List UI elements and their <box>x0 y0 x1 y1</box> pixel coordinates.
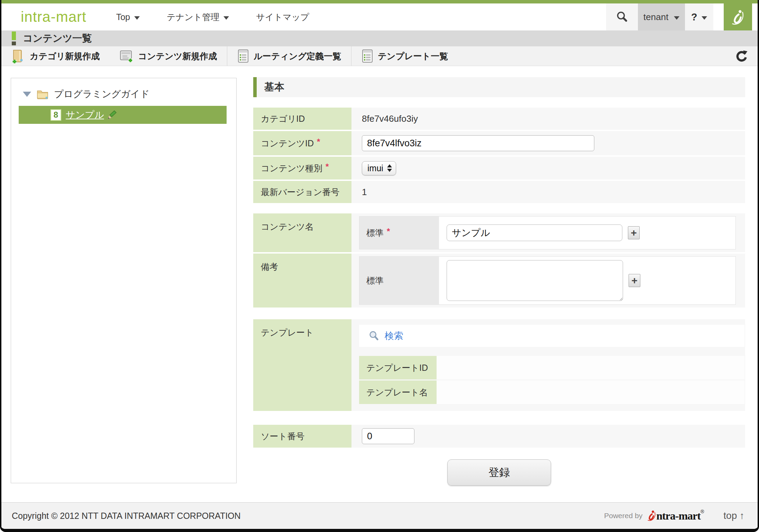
folder-add-icon <box>11 49 25 63</box>
form-row-category-id: カテゴリID 8fe7v46ufo3iy <box>253 108 745 130</box>
sort-number-input[interactable] <box>362 428 414 444</box>
required-asterisk: * <box>387 227 390 236</box>
back-to-top-link[interactable]: top ↑ <box>723 510 744 521</box>
form-row-remarks: 備考 標準 + <box>253 254 745 308</box>
remarks-textarea[interactable] <box>447 260 623 301</box>
form-row-content-name: コンテンツ名 標準 * + <box>253 213 745 252</box>
locale-sub-label: 標準 <box>359 257 439 304</box>
register-button[interactable]: 登録 <box>447 459 551 486</box>
form-row-content-type: コンテンツ種別 * imui <box>253 157 745 180</box>
add-locale-button[interactable]: + <box>628 226 640 239</box>
template-id-value <box>437 356 744 379</box>
submit-row: 登録 <box>253 459 745 486</box>
toolbar-new-content-button[interactable]: コンテンツ新規作成 <box>110 46 227 66</box>
edit-pencil-icon[interactable] <box>107 110 117 120</box>
help-menu-button[interactable]: ? <box>685 3 713 30</box>
menu-item-tenant-admin[interactable]: テナント管理 <box>167 11 229 23</box>
template-value-area: 検索 テンプレートID テンプレート名 <box>351 319 745 411</box>
field-label: ソート番号 <box>253 425 351 448</box>
header-controls: tenant ? <box>606 3 752 30</box>
toolbar-new-category-button[interactable]: カテゴリ新規作成 <box>1 46 110 66</box>
content-form: 基本 カテゴリID 8fe7v46ufo3iy コンテンツID * <box>253 77 745 486</box>
field-value: imui <box>351 157 745 180</box>
chevron-down-icon <box>223 16 229 20</box>
tree-root-node[interactable]: プログラミングガイド <box>23 88 236 100</box>
search-icon <box>616 11 628 23</box>
select-arrows-icon <box>387 164 392 172</box>
locale-sub-label: 標準 * <box>359 217 439 249</box>
menu-item-label: テナント管理 <box>167 11 219 23</box>
brand-registered-mark: ® <box>701 509 704 514</box>
required-asterisk: * <box>326 162 329 172</box>
toolbar-template-list-button[interactable]: テンプレート一覧 <box>351 46 458 66</box>
form-row-content-id: コンテンツID * <box>253 131 745 155</box>
category-id-value: 8fe7v46ufo3iy <box>362 113 418 124</box>
menu-item-top[interactable]: Top <box>116 12 140 22</box>
powered-by-block: Powered by ntra-mart ® <box>604 509 704 522</box>
tenant-label: tenant <box>643 12 668 22</box>
intra-mart-i-icon <box>729 8 747 26</box>
field-value: 8fe7v46ufo3iy <box>351 108 745 130</box>
field-label: コンテンツ名 <box>253 213 351 252</box>
list-icon <box>237 49 249 63</box>
tenant-menu-button[interactable]: tenant <box>638 3 685 30</box>
tree-item-link[interactable]: サンプル <box>66 109 104 121</box>
template-search-link[interactable]: 検索 <box>385 330 403 342</box>
content-type-select[interactable]: imui <box>362 161 396 175</box>
localized-remarks-box: 標準 + <box>359 256 736 305</box>
menu-item-sitemap[interactable]: サイトマップ <box>256 11 309 23</box>
powered-by-text: Powered by <box>604 512 642 520</box>
footer-right: Powered by ntra-mart ® top ↑ <box>604 509 744 522</box>
template-id-label: テンプレートID <box>359 356 437 379</box>
refresh-icon <box>735 49 748 63</box>
brand-top-strip <box>1 0 758 3</box>
template-name-label: テンプレート名 <box>359 380 437 404</box>
global-header: intra-mart Top テナント管理 サイトマップ ten <box>1 3 758 30</box>
template-name-row: テンプレート名 <box>359 380 744 404</box>
intra-mart-i-logo-button[interactable] <box>724 3 752 30</box>
title-marker-icon <box>12 31 16 45</box>
localized-name-box: 標準 * + <box>359 216 736 249</box>
template-search-band: 検索 <box>359 325 744 347</box>
form-row-template: テンプレート 検索 テンプレートID <box>253 319 745 411</box>
field-label: コンテンツID * <box>253 131 351 155</box>
list-icon <box>362 49 373 63</box>
tree-selected-item[interactable]: 8 サンプル <box>19 106 227 124</box>
content-id-input[interactable] <box>362 135 594 151</box>
app-window: intra-mart Top テナント管理 サイトマップ ten <box>0 0 759 532</box>
field-value: 1 <box>351 181 745 203</box>
global-menu: Top テナント管理 サイトマップ <box>116 11 309 23</box>
chevron-down-icon <box>674 16 679 20</box>
tree-expand-icon[interactable] <box>23 92 31 97</box>
footer: Copyright © 2012 NTT DATA INTRAMART CORP… <box>1 502 758 529</box>
section-title: 基本 <box>264 80 284 94</box>
form-row-latest-version: 最新バージョン番号 1 <box>253 181 745 203</box>
add-locale-button[interactable]: + <box>629 274 640 287</box>
menu-item-label: サイトマップ <box>256 11 309 23</box>
intra-mart-footer-logo: ntra-mart ® <box>646 509 704 522</box>
folder-icon <box>37 89 48 99</box>
menu-item-label: Top <box>116 12 130 22</box>
chevron-down-icon <box>134 16 140 20</box>
brand-text: ntra-mart <box>656 510 701 522</box>
template-name-value <box>437 380 744 404</box>
toolbar-item-label: ルーティング定義一覧 <box>254 51 341 62</box>
toolbar: カテゴリ新規作成 コンテンツ新規作成 <box>1 46 758 66</box>
field-label: 最新バージョン番号 <box>253 181 351 203</box>
intra-mart-logo: intra-mart <box>21 9 86 25</box>
tree-root-label: プログラミングガイド <box>54 88 149 100</box>
field-label: 備考 <box>253 254 351 308</box>
content-add-icon <box>120 49 134 63</box>
template-id-row: テンプレートID <box>359 356 744 379</box>
content-name-input[interactable] <box>447 224 622 241</box>
header-search-button[interactable] <box>606 3 638 30</box>
search-icon <box>368 330 379 341</box>
main-content: プログラミングガイド 8 サンプル 基本 カテゴリID <box>1 66 758 502</box>
version-badge: 8 <box>51 109 61 121</box>
field-value <box>351 131 745 155</box>
field-value <box>351 425 745 448</box>
refresh-button[interactable] <box>735 49 748 63</box>
toolbar-routing-list-button[interactable]: ルーティング定義一覧 <box>227 46 351 66</box>
field-value: 標準 * + <box>351 213 745 252</box>
required-asterisk: * <box>317 137 320 147</box>
